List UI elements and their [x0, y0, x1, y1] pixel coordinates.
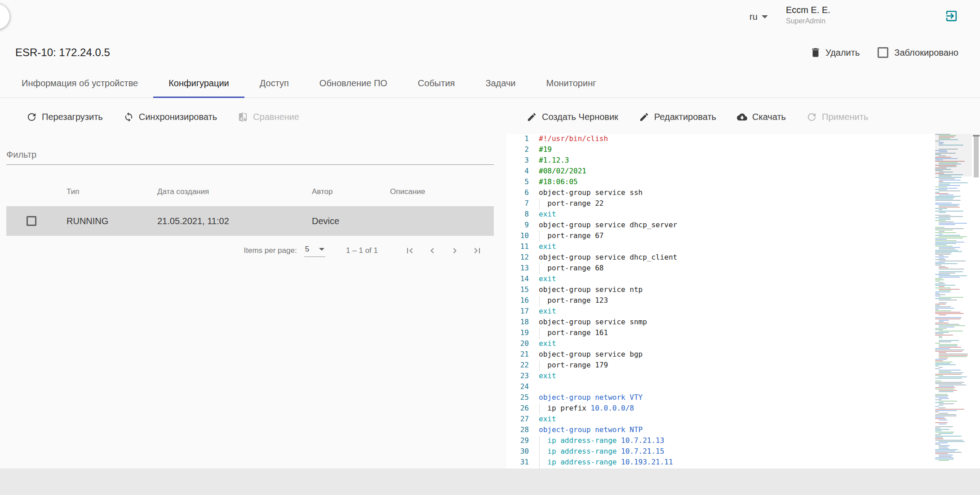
minimap-line [935, 192, 940, 193]
language-selector[interactable]: ru [749, 12, 768, 22]
filter-input[interactable]: Фильтр [6, 145, 494, 165]
code-line: exit [539, 274, 980, 285]
minimap-line [939, 352, 946, 353]
code-line: port-range 179 [539, 361, 980, 371]
tab-firmware-update[interactable]: Обновление ПО [304, 69, 403, 97]
line-number: 28 [506, 425, 529, 436]
minimap-line [939, 386, 954, 387]
minimap-line [939, 345, 958, 346]
minimap-line [935, 434, 941, 435]
minimap-line [935, 252, 952, 253]
blocked-label: Заблокировано [894, 48, 958, 58]
minimap-line [935, 343, 940, 344]
tab-device-info[interactable]: Информация об устройстве [6, 69, 153, 97]
minimap-line [935, 186, 947, 187]
table-body: RUNNING21.05.2021, 11:02Device [6, 206, 494, 236]
table-row[interactable]: RUNNING21.05.2021, 11:02Device [6, 206, 494, 236]
tab-monitoring[interactable]: Мониторинг [531, 69, 612, 97]
minimap-line [935, 362, 953, 362]
minimap-line [935, 199, 953, 199]
editor-scrollbar[interactable] [972, 134, 980, 468]
minimap-line [935, 250, 958, 251]
last-page-button [466, 239, 488, 262]
minimap-line [939, 269, 964, 270]
minimap-line [935, 366, 939, 367]
minimap-line [939, 337, 942, 338]
minimap-line [939, 149, 958, 150]
blocked-toggle[interactable]: Заблокировано [878, 47, 958, 58]
editor-toolbar: Создать Черновик Редактировать Скачать П… [506, 100, 980, 134]
tab-configurations[interactable]: Конфигурации [153, 69, 244, 97]
tab-tasks[interactable]: Задачи [470, 69, 531, 97]
minimap-line [935, 168, 947, 168]
minimap-line [939, 190, 960, 191]
minimap-line [935, 285, 955, 286]
code-line: port-range 68 [539, 264, 980, 274]
minimap-line [935, 238, 963, 239]
title-actions: Удалить Заблокировано [810, 47, 958, 58]
minimap-line [939, 286, 945, 287]
code-line: object-group service ntp [539, 285, 980, 296]
pencil-icon [527, 112, 537, 122]
code-line: object-group service dhcp_server [539, 221, 980, 231]
logout-button[interactable] [945, 9, 958, 23]
minimap-line [935, 308, 954, 309]
minimap-line [939, 273, 955, 274]
tabs: Информация об устройствеКонфигурацииДост… [0, 69, 980, 98]
line-number: 23 [506, 371, 529, 382]
minimap-line [939, 372, 963, 373]
minimap-line [935, 429, 949, 430]
page-size-value: 5 [305, 245, 309, 254]
line-number: 5 [506, 177, 529, 188]
line-number: 13 [506, 264, 529, 274]
minimap-line [935, 304, 946, 305]
minimap-line [935, 438, 944, 439]
blocked-checkbox[interactable] [878, 47, 888, 58]
reload-button[interactable]: Перезагрузить [27, 112, 103, 122]
table-header: Тип Дата создания Автор Описание [6, 177, 494, 206]
edit-button[interactable]: Редактировать [639, 112, 716, 122]
code-line: ip address-range 10.193.21.11 [539, 458, 980, 468]
page-size-select[interactable]: 5 [304, 245, 325, 257]
user-role: SuperAdmin [786, 17, 830, 25]
minimap-line [935, 215, 950, 216]
minimap-line [939, 258, 945, 259]
editor-code[interactable]: #!/usr/bin/clish#19#1.12.3#08/02/2021#18… [539, 134, 980, 468]
minimap-line [939, 162, 958, 163]
minimap-line [939, 367, 943, 368]
download-button[interactable]: Скачать [737, 112, 786, 122]
delete-device-button[interactable]: Удалить [810, 47, 860, 58]
create-draft-button[interactable]: Создать Черновик [527, 112, 618, 122]
editor-minimap[interactable] [935, 134, 972, 468]
minimap-line [939, 182, 968, 183]
code-line: port-range 161 [539, 328, 980, 339]
minimap-line [935, 262, 945, 263]
line-number: 18 [506, 318, 529, 328]
minimap-line [939, 151, 948, 152]
minimap-line [939, 347, 961, 348]
minimap-line [935, 265, 941, 265]
minimap-line [935, 298, 951, 299]
scrollbar-thumb[interactable] [974, 135, 979, 177]
sync-button[interactable]: Синхронизировать [124, 112, 217, 122]
minimap-line [939, 398, 949, 399]
minimap-line [935, 243, 956, 244]
minimap-line [935, 348, 950, 349]
minimap-line [935, 359, 947, 360]
row-checkbox[interactable] [27, 216, 36, 226]
code-line: #!/usr/bin/clish [539, 134, 980, 145]
minimap-line [935, 363, 950, 364]
minimap-line [935, 457, 953, 458]
cell-created: 21.05.2021, 11:02 [157, 216, 312, 226]
minimap-line [939, 401, 957, 402]
page-range-label: 1 – 1 of 1 [346, 246, 378, 255]
configurations-toolbar: Перезагрузить Синхронизировать Сравнение [6, 100, 494, 134]
minimap-line [935, 211, 963, 212]
tab-events[interactable]: События [403, 69, 470, 97]
chevron-down-icon [762, 15, 768, 18]
minimap-line [939, 455, 953, 455]
minimap-line [935, 459, 954, 460]
minimap-line [939, 267, 949, 268]
code-line: object-group service ssh [539, 188, 980, 199]
tab-access[interactable]: Доступ [244, 69, 304, 97]
